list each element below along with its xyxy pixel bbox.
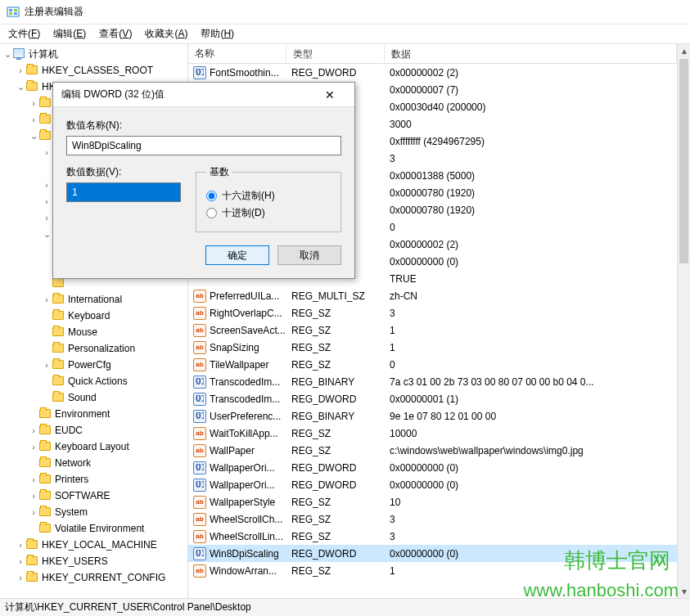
col-name[interactable]: 名称 [188,44,286,63]
value-type: REG_SZ [286,565,385,577]
col-data[interactable]: 数据 [385,44,677,63]
chevron-right-icon[interactable]: › [28,98,39,108]
value-name: WheelScrollCh... [210,514,282,525]
tree-item[interactable]: Network [0,455,187,471]
value-data: 0x00000002 (2) [385,67,677,79]
svg-text:011: 011 [196,378,204,386]
tree-item[interactable]: ›Keyboard Layout [0,438,187,455]
svg-rect-4 [14,12,17,15]
chevron-down-icon[interactable]: ⌄ [41,229,52,240]
list-row[interactable]: 011WallpaperOri...REG_DWORD0x00000000 (0… [188,459,677,476]
chevron-right-icon[interactable]: › [15,540,26,550]
radio-dec[interactable] [206,208,217,218]
chevron-right-icon[interactable]: › [28,425,39,435]
tree-item[interactable]: ›EUDC [0,422,187,438]
folder-icon [26,571,39,584]
chevron-right-icon[interactable]: › [41,196,52,206]
list-row[interactable]: 011TranscodedIm...REG_DWORD0x00000001 (1… [188,390,677,407]
scroll-up-icon[interactable]: ▴ [678,44,690,57]
list-row[interactable]: abScreenSaveAct...REG_SZ1 [188,321,677,339]
list-row[interactable]: 011FontSmoothin...REG_DWORD0x00000002 (2… [188,64,677,81]
app-icon [7,6,20,19]
cancel-button[interactable]: 取消 [277,245,341,265]
tree-label: Personalization [68,343,135,354]
chevron-right-icon[interactable]: › [41,180,52,190]
folder-icon [26,64,39,77]
folder-icon [39,473,52,486]
scroll-down-icon[interactable]: ▾ [678,585,690,598]
menu-收藏夹[interactable]: 收藏夹(A) [138,25,194,43]
value-type: REG_DWORD [286,67,385,79]
chevron-right-icon[interactable]: › [15,65,26,75]
list-scrollbar[interactable]: ▴ ▾ [677,44,690,598]
list-row[interactable]: abWallPaperREG_SZc:\windows\web\wallpape… [188,442,677,459]
value-data-input[interactable] [66,182,181,202]
menu-帮助[interactable]: 帮助(H) [194,25,241,43]
scroll-thumb[interactable] [679,59,688,263]
tree-item[interactable]: Quick Actions [0,373,187,389]
chevron-right-icon[interactable]: › [28,115,39,124]
chevron-right-icon[interactable]: › [15,556,26,566]
tree-item[interactable]: Volatile Environment [0,520,187,537]
radio-hex[interactable] [206,191,217,201]
list-row[interactable]: abWheelScrollCh...REG_SZ3 [188,510,677,528]
chevron-right-icon[interactable]: › [28,507,39,517]
list-row[interactable]: abWallpaperStyleREG_SZ10 [188,493,677,510]
chevron-right-icon[interactable]: › [28,474,39,484]
value-data-label: 数值数据(V): [66,165,181,179]
chevron-down-icon[interactable]: ⌄ [28,131,39,142]
menu-查看[interactable]: 查看(V) [92,25,138,43]
folder-icon [39,97,52,110]
chevron-right-icon[interactable]: › [41,213,52,223]
tree-item[interactable]: ›HKEY_LOCAL_MACHINE [0,537,187,553]
tree-item[interactable]: Personalization [0,340,187,357]
value-data: 0x00000000 (0) [385,462,677,474]
close-icon[interactable]: ✕ [313,83,346,106]
tree-item[interactable]: ›HKEY_USERS [0,553,187,569]
tree-item[interactable]: ›System [0,504,187,520]
list-row[interactable]: 011TranscodedIm...REG_BINARY7a c3 01 00 … [188,373,677,390]
list-row[interactable]: abSnapSizingREG_SZ1 [188,339,677,356]
ok-button[interactable]: 确定 [205,245,269,265]
list-row[interactable]: 011WallpaperOri...REG_DWORD0x00000000 (0… [188,476,677,493]
tree-label: Sound [68,392,97,403]
value-data: 1 [385,325,677,336]
chevron-right-icon[interactable]: › [41,360,52,370]
value-name: RightOverlapC... [210,308,282,319]
chevron-right-icon[interactable]: › [41,295,52,304]
list-row[interactable]: abTileWallpaperREG_SZ0 [188,356,677,373]
tree-item[interactable]: ›SOFTWARE [0,488,187,504]
tree-item[interactable]: Environment [0,406,187,422]
tree-item[interactable]: ›HKEY_CLASSES_ROOT [0,62,187,79]
list-row[interactable]: abRightOverlapC...REG_SZ3 [188,304,677,321]
string-value-icon: ab [193,290,206,303]
chevron-right-icon[interactable]: › [28,442,39,452]
menu-文件[interactable]: 文件(F) [2,25,47,43]
tree-item[interactable]: Keyboard [0,308,187,324]
tree-item[interactable]: Mouse [0,324,187,340]
chevron-right-icon[interactable]: › [15,573,26,582]
list-row[interactable]: abWaitToKillApp...REG_SZ10000 [188,425,677,442]
tree-item[interactable]: Sound [0,389,187,406]
list-row[interactable]: 011UserPreferenc...REG_BINARY9e 1e 07 80… [188,407,677,425]
tree-item[interactable]: ›Printers [0,471,187,488]
chevron-down-icon[interactable]: ⌄ [2,49,13,60]
value-name-input[interactable] [66,136,341,155]
tree-label: Keyboard [68,310,110,321]
chevron-down-icon[interactable]: ⌄ [15,82,26,92]
string-value-icon: ab [193,513,206,526]
tree-item[interactable]: ⌄计算机 [0,46,187,62]
list-row[interactable]: abPreferredUILa...REG_MULTI_SZzh-CN [188,287,677,304]
list-row[interactable]: abWheelScrollLin...REG_SZ3 [188,528,677,545]
string-value-icon: ab [193,307,206,320]
folder-icon [39,456,52,470]
tree-item[interactable]: ›International [0,291,187,308]
tree-label: 计算机 [29,47,58,61]
chevron-right-icon[interactable]: › [41,147,52,157]
menu-编辑[interactable]: 编辑(E) [47,25,92,43]
tree-item[interactable]: ›PowerCfg [0,357,187,373]
chevron-right-icon[interactable]: › [28,491,39,501]
tree-item[interactable]: ›HKEY_CURRENT_CONFIG [0,569,187,586]
col-type[interactable]: 类型 [286,44,385,63]
dialog-titlebar[interactable]: 编辑 DWORD (32 位)值 ✕ [53,83,354,107]
